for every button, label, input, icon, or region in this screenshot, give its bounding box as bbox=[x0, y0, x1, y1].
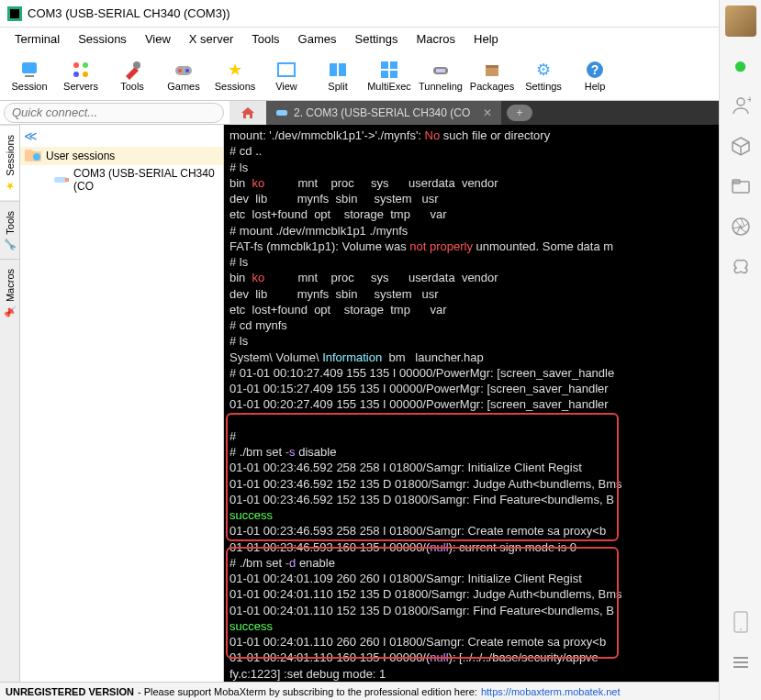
tb-view[interactable]: View bbox=[263, 57, 310, 94]
tree-root[interactable]: User sessions bbox=[20, 147, 223, 165]
tb-tools[interactable]: Tools bbox=[108, 57, 156, 94]
contacts-icon[interactable]: + bbox=[729, 94, 753, 117]
tb-games[interactable]: Games bbox=[160, 57, 207, 94]
home-icon bbox=[241, 106, 255, 119]
svg-rect-13 bbox=[330, 63, 337, 76]
svg-point-11 bbox=[185, 69, 189, 72]
star-icon: ★ bbox=[224, 59, 246, 81]
multiexec-icon bbox=[378, 59, 400, 81]
tb-multiexec[interactable]: MultiExec bbox=[365, 57, 413, 94]
titlebar: COM3 (USB-SERIAL CH340 (COM3)) bbox=[0, 0, 719, 28]
tb-servers[interactable]: Servers bbox=[57, 57, 105, 94]
tools-icon bbox=[121, 59, 143, 81]
chat-icon[interactable]: ● bbox=[729, 53, 753, 77]
games-icon bbox=[173, 59, 195, 81]
app-icon bbox=[7, 6, 22, 21]
svg-rect-2 bbox=[22, 62, 37, 73]
tools-icon: 🔧 bbox=[4, 238, 17, 250]
avatar[interactable] bbox=[725, 6, 756, 37]
packages-icon bbox=[481, 59, 503, 81]
rightbar: ● + bbox=[719, 0, 761, 700]
tb-tunneling[interactable]: Tunneling bbox=[417, 57, 464, 94]
svg-rect-31 bbox=[65, 178, 69, 182]
menu-macros[interactable]: Macros bbox=[407, 30, 464, 48]
serial-icon bbox=[53, 173, 70, 186]
svg-rect-17 bbox=[381, 71, 388, 78]
phone-icon[interactable] bbox=[729, 610, 753, 634]
serial-icon bbox=[275, 106, 288, 119]
svg-rect-1 bbox=[10, 9, 19, 18]
svg-rect-3 bbox=[25, 75, 34, 77]
collapse-icon[interactable]: ≪ bbox=[24, 128, 38, 143]
plus-icon: ＋ bbox=[514, 105, 525, 120]
tab-com3[interactable]: 2. COM3 (USB-SERIAL CH340 (CO ✕ bbox=[266, 101, 501, 125]
svg-marker-25 bbox=[241, 107, 254, 118]
terminal[interactable]: mount: './dev/mmcblk1p1'->'./mynfs': No … bbox=[224, 125, 719, 682]
tabbar: 2. COM3 (USB-SERIAL CH340 (CO ✕ ＋ bbox=[229, 101, 719, 125]
svg-rect-14 bbox=[339, 63, 346, 76]
menu-xserver[interactable]: X server bbox=[180, 30, 242, 48]
window-title: COM3 (USB-SERIAL CH340 (COM3)) bbox=[28, 6, 230, 20]
sidetab-sessions[interactable]: ★Sessions bbox=[0, 125, 19, 201]
macros-icon: 📌 bbox=[4, 306, 17, 317]
quick-connect-input[interactable] bbox=[4, 103, 224, 123]
statusbar: UNREGISTERED VERSION - Please support Mo… bbox=[0, 682, 719, 700]
star-icon: ★ bbox=[6, 180, 15, 192]
svg-rect-18 bbox=[390, 71, 397, 78]
butterfly-icon[interactable] bbox=[729, 255, 753, 279]
tree-child-label: COM3 (USB-SERIAL CH340 (CO bbox=[73, 167, 219, 193]
menu-terminal[interactable]: Terminal bbox=[6, 30, 69, 48]
view-icon bbox=[275, 59, 297, 81]
menu-sessions[interactable]: Sessions bbox=[69, 30, 136, 48]
svg-rect-22 bbox=[486, 65, 498, 68]
svg-point-39 bbox=[740, 628, 742, 630]
aperture-icon[interactable] bbox=[729, 215, 753, 239]
svg-point-6 bbox=[73, 72, 79, 77]
svg-rect-16 bbox=[390, 61, 397, 69]
tb-sessions[interactable]: ★Sessions bbox=[211, 57, 259, 94]
help-icon: ? bbox=[584, 59, 606, 81]
svg-rect-20 bbox=[436, 69, 445, 72]
svg-rect-28 bbox=[25, 150, 32, 153]
svg-rect-26 bbox=[276, 110, 287, 116]
svg-text:+: + bbox=[747, 95, 751, 105]
tab-home[interactable] bbox=[229, 101, 266, 125]
svg-rect-15 bbox=[381, 61, 388, 69]
quick-row: 2. COM3 (USB-SERIAL CH340 (CO ✕ ＋ bbox=[0, 101, 719, 125]
tb-session[interactable]: Session bbox=[6, 57, 53, 94]
svg-point-7 bbox=[83, 72, 88, 77]
menu-settings[interactable]: Settings bbox=[346, 30, 408, 48]
tb-help[interactable]: ?Help bbox=[571, 57, 619, 94]
tab-new[interactable]: ＋ bbox=[507, 105, 532, 121]
servers-icon bbox=[70, 59, 92, 81]
sidepanel: ≪ User sessions COM3 (USB-SERIAL CH340 (… bbox=[20, 125, 224, 682]
tunneling-icon bbox=[430, 59, 452, 81]
status-prefix: UNREGISTERED VERSION bbox=[6, 686, 134, 697]
tree-child-com3[interactable]: COM3 (USB-SERIAL CH340 (CO bbox=[20, 165, 223, 194]
tab-label: 2. COM3 (USB-SERIAL CH340 (CO bbox=[294, 106, 470, 119]
tree-root-label: User sessions bbox=[46, 150, 115, 162]
sidetab-tools[interactable]: 🔧Tools bbox=[0, 201, 19, 260]
status-mid: - Please support MobaXterm by subscribin… bbox=[138, 686, 477, 697]
menu-help[interactable]: Help bbox=[464, 30, 508, 48]
split-icon bbox=[327, 59, 349, 81]
tb-settings[interactable]: ⚙Settings bbox=[520, 57, 567, 94]
sidetab-macros[interactable]: 📌Macros bbox=[0, 259, 19, 327]
menu-icon[interactable] bbox=[729, 650, 753, 674]
status-link[interactable]: https://mobaxterm.mobatek.net bbox=[481, 686, 621, 697]
svg-text:?: ? bbox=[591, 62, 599, 77]
folder-icon bbox=[24, 149, 42, 163]
gear-icon: ⚙ bbox=[532, 59, 554, 81]
menu-view[interactable]: View bbox=[136, 30, 180, 48]
toolbar: Session Servers Tools Games ★Sessions Vi… bbox=[0, 50, 719, 101]
menu-tools[interactable]: Tools bbox=[242, 30, 288, 48]
menubar: Terminal Sessions View X server Tools Ga… bbox=[0, 28, 719, 50]
menu-games[interactable]: Games bbox=[289, 30, 346, 48]
folder-icon[interactable] bbox=[729, 174, 753, 198]
cube-icon[interactable] bbox=[729, 134, 753, 158]
tb-split[interactable]: Split bbox=[314, 57, 362, 94]
tb-packages[interactable]: Packages bbox=[468, 57, 516, 94]
close-icon[interactable]: ✕ bbox=[483, 106, 492, 119]
sidetabs: ★Sessions 🔧Tools 📌Macros bbox=[0, 125, 20, 682]
svg-point-4 bbox=[73, 62, 79, 68]
